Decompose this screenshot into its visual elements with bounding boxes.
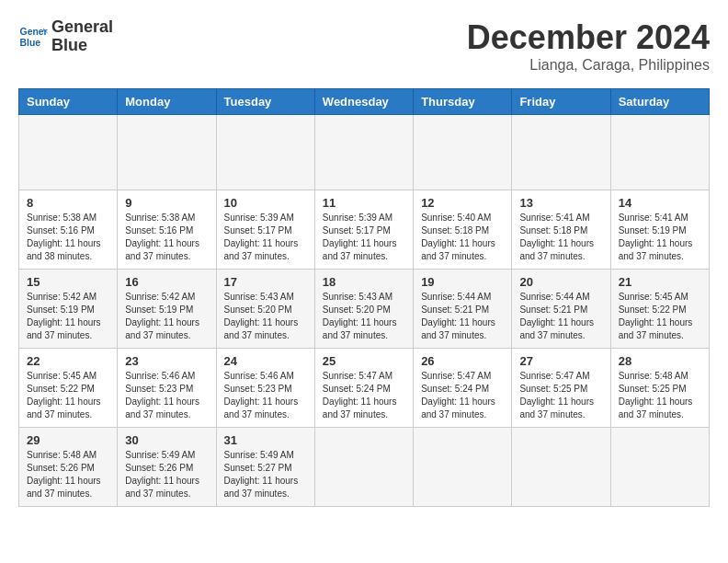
col-monday: Monday [118,89,216,115]
day-number: 22 [27,354,109,368]
logo: General Blue General Blue [18,18,113,55]
table-row: 28 Sunrise: 5:48 AMSunset: 5:25 PMDaylig… [610,349,709,428]
calendar-week-0 [19,115,710,190]
day-detail: Sunrise: 5:43 AMSunset: 5:20 PMDaylight:… [323,292,397,340]
day-number: 28 [619,354,701,368]
table-row: 23 Sunrise: 5:46 AMSunset: 5:23 PMDaylig… [118,349,216,428]
day-number: 16 [125,275,208,289]
day-detail: Sunrise: 5:42 AMSunset: 5:19 PMDaylight:… [27,292,101,340]
day-number: 18 [323,275,405,289]
table-row: 22 Sunrise: 5:45 AMSunset: 5:22 PMDaylig… [19,349,118,428]
day-detail: Sunrise: 5:43 AMSunset: 5:20 PMDaylight:… [224,292,299,340]
day-number: 17 [224,275,307,289]
day-detail: Sunrise: 5:41 AMSunset: 5:18 PMDaylight:… [519,213,594,261]
day-number: 21 [619,275,701,289]
table-row: 14 Sunrise: 5:41 AMSunset: 5:19 PMDaylig… [610,190,709,270]
day-detail: Sunrise: 5:44 AMSunset: 5:21 PMDaylight:… [519,292,594,340]
table-row: 21 Sunrise: 5:45 AMSunset: 5:22 PMDaylig… [610,270,709,349]
col-wednesday: Wednesday [314,89,413,115]
col-friday: Friday [512,89,610,115]
logo-line1: General [51,18,113,37]
table-row [610,428,709,507]
title-area: December 2024 Lianga, Caraga, Philippine… [467,18,710,74]
day-number: 19 [421,275,504,289]
header-row: Sunday Monday Tuesday Wednesday Thursday… [19,89,710,115]
col-tuesday: Tuesday [216,89,314,115]
calendar-table: Sunday Monday Tuesday Wednesday Thursday… [18,88,710,507]
calendar-week-2: 15 Sunrise: 5:42 AMSunset: 5:19 PMDaylig… [19,270,710,349]
month-title: December 2024 [467,18,710,57]
day-detail: Sunrise: 5:47 AMSunset: 5:24 PMDaylight:… [323,371,397,419]
table-row [512,115,610,190]
table-row [610,115,709,190]
day-detail: Sunrise: 5:45 AMSunset: 5:22 PMDaylight:… [619,292,693,340]
day-detail: Sunrise: 5:39 AMSunset: 5:17 PMDaylight:… [323,213,397,261]
table-row [314,428,413,507]
table-row [414,115,512,190]
day-detail: Sunrise: 5:46 AMSunset: 5:23 PMDaylight:… [125,371,199,419]
col-sunday: Sunday [19,89,118,115]
day-detail: Sunrise: 5:46 AMSunset: 5:23 PMDaylight:… [224,371,299,419]
table-row: 10 Sunrise: 5:39 AMSunset: 5:17 PMDaylig… [216,190,314,270]
logo-icon: General Blue [18,22,48,52]
svg-text:Blue: Blue [20,37,41,47]
day-number: 11 [323,196,405,210]
table-row [314,115,413,190]
day-detail: Sunrise: 5:47 AMSunset: 5:24 PMDaylight:… [421,371,495,419]
day-detail: Sunrise: 5:40 AMSunset: 5:18 PMDaylight:… [421,213,495,261]
table-row: 13 Sunrise: 5:41 AMSunset: 5:18 PMDaylig… [512,190,610,270]
day-detail: Sunrise: 5:48 AMSunset: 5:26 PMDaylight:… [27,450,101,499]
day-number: 12 [421,196,504,210]
day-detail: Sunrise: 5:49 AMSunset: 5:27 PMDaylight:… [224,450,299,499]
day-number: 30 [125,433,208,447]
calendar-week-1: 8 Sunrise: 5:38 AMSunset: 5:16 PMDayligh… [19,190,710,270]
day-number: 27 [519,354,602,368]
table-row: 20 Sunrise: 5:44 AMSunset: 5:21 PMDaylig… [512,270,610,349]
day-number: 9 [125,196,208,210]
day-number: 25 [323,354,405,368]
day-number: 14 [619,196,701,210]
day-detail: Sunrise: 5:47 AMSunset: 5:25 PMDaylight:… [519,371,594,419]
table-row: 18 Sunrise: 5:43 AMSunset: 5:20 PMDaylig… [314,270,413,349]
day-number: 8 [27,196,109,210]
table-row: 8 Sunrise: 5:38 AMSunset: 5:16 PMDayligh… [19,190,118,270]
calendar-week-4: 29 Sunrise: 5:48 AMSunset: 5:26 PMDaylig… [19,428,710,507]
table-row: 25 Sunrise: 5:47 AMSunset: 5:24 PMDaylig… [314,349,413,428]
day-detail: Sunrise: 5:49 AMSunset: 5:26 PMDaylight:… [125,450,199,499]
day-number: 15 [27,275,109,289]
day-detail: Sunrise: 5:48 AMSunset: 5:25 PMDaylight:… [619,371,693,419]
day-number: 24 [224,354,307,368]
day-number: 20 [519,275,602,289]
table-row: 31 Sunrise: 5:49 AMSunset: 5:27 PMDaylig… [216,428,314,507]
day-number: 31 [224,433,307,447]
day-detail: Sunrise: 5:45 AMSunset: 5:22 PMDaylight:… [27,371,101,419]
header: General Blue General Blue December 2024 … [18,18,710,74]
calendar-week-3: 22 Sunrise: 5:45 AMSunset: 5:22 PMDaylig… [19,349,710,428]
table-row: 24 Sunrise: 5:46 AMSunset: 5:23 PMDaylig… [216,349,314,428]
day-number: 13 [519,196,602,210]
table-row [216,115,314,190]
table-row: 12 Sunrise: 5:40 AMSunset: 5:18 PMDaylig… [414,190,512,270]
table-row: 15 Sunrise: 5:42 AMSunset: 5:19 PMDaylig… [19,270,118,349]
day-number: 29 [27,433,109,447]
table-row: 19 Sunrise: 5:44 AMSunset: 5:21 PMDaylig… [414,270,512,349]
table-row: 26 Sunrise: 5:47 AMSunset: 5:24 PMDaylig… [414,349,512,428]
table-row: 29 Sunrise: 5:48 AMSunset: 5:26 PMDaylig… [19,428,118,507]
day-number: 26 [421,354,504,368]
day-number: 10 [224,196,307,210]
day-detail: Sunrise: 5:44 AMSunset: 5:21 PMDaylight:… [421,292,495,340]
col-thursday: Thursday [414,89,512,115]
day-number: 23 [125,354,208,368]
table-row: 16 Sunrise: 5:42 AMSunset: 5:19 PMDaylig… [118,270,216,349]
table-row [414,428,512,507]
table-row: 11 Sunrise: 5:39 AMSunset: 5:17 PMDaylig… [314,190,413,270]
day-detail: Sunrise: 5:41 AMSunset: 5:19 PMDaylight:… [619,213,693,261]
table-row: 30 Sunrise: 5:49 AMSunset: 5:26 PMDaylig… [118,428,216,507]
table-row [118,115,216,190]
table-row: 9 Sunrise: 5:38 AMSunset: 5:16 PMDayligh… [118,190,216,270]
location-title: Lianga, Caraga, Philippines [467,57,710,74]
table-row: 27 Sunrise: 5:47 AMSunset: 5:25 PMDaylig… [512,349,610,428]
day-detail: Sunrise: 5:38 AMSunset: 5:16 PMDaylight:… [27,213,101,261]
day-detail: Sunrise: 5:39 AMSunset: 5:17 PMDaylight:… [224,213,299,261]
table-row [512,428,610,507]
